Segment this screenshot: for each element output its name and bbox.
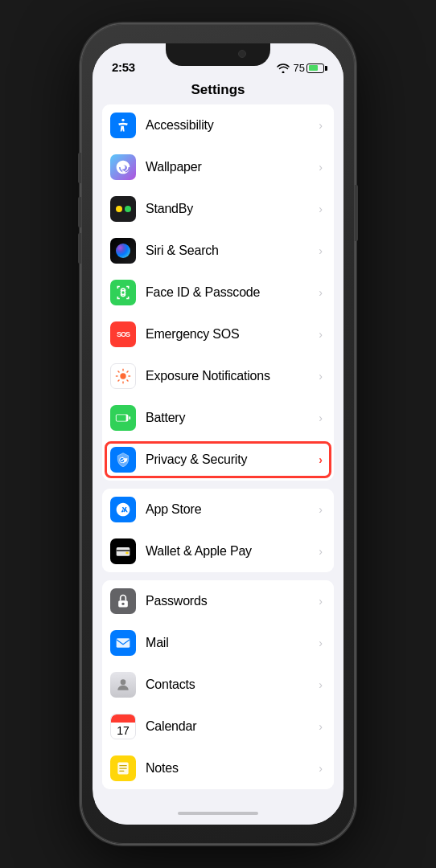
notch [166,43,270,66]
exposure-chevron: › [319,370,323,383]
accessibility-icon [110,113,136,138]
settings-group-2: App Store › Wallet & Apple Pay › [102,489,334,572]
svg-point-20 [121,679,126,685]
settings-item-wallet[interactable]: Wallet & Apple Pay › [102,530,334,572]
settings-item-privacy[interactable]: Privacy & Security › [102,439,334,481]
svg-line-8 [118,371,120,373]
settings-item-appstore[interactable]: App Store › [102,489,334,530]
privacy-label: Privacy & Security [146,452,315,467]
battery-icon-small [306,63,324,73]
wallet-label: Wallet & Apple Pay [146,544,315,559]
battery-chevron: › [319,411,323,424]
faceid-icon [110,280,136,305]
contacts-label: Contacts [146,678,315,692]
contacts-icon [110,672,136,698]
siri-icon [110,238,136,264]
svg-point-2 [121,291,125,295]
standby-icon [110,196,136,222]
page-title: Settings [191,82,245,97]
home-indicator [178,812,258,815]
notes-label: Notes [146,761,315,776]
notes-icon [110,755,136,781]
settings-item-mail[interactable]: Mail › [102,622,334,664]
phone-frame: 2:53 75 Settings [81,24,355,844]
wallet-chevron: › [319,545,323,558]
appstore-icon [110,497,136,522]
mail-label: Mail [146,636,315,650]
calendar-icon: 17 [110,714,136,739]
faceid-chevron: › [319,286,323,299]
svg-line-9 [127,380,129,382]
settings-item-contacts[interactable]: Contacts › [102,664,334,706]
svg-rect-16 [125,552,128,555]
svg-rect-15 [117,547,130,556]
wallpaper-icon [110,154,136,180]
home-indicator-area [93,802,343,825]
exposure-label: Exposure Notifications [146,369,315,383]
settings-item-wallpaper[interactable]: Wallpaper › [102,146,334,188]
wallet-icon [110,538,136,564]
mail-icon [110,630,136,656]
siri-label: Siri & Search [146,244,315,258]
calendar-day: 17 [117,725,130,736]
calendar-header [111,714,136,723]
battery-label: Battery [146,411,315,425]
settings-item-calendar[interactable]: 17 Calendar › [102,706,334,747]
privacy-icon [110,447,136,473]
settings-item-accessibility[interactable]: Accessibility › [102,104,334,146]
settings-item-standby[interactable]: StandBy › [102,188,334,230]
settings-item-exposure[interactable]: Exposure Notifications › [102,355,334,397]
passwords-icon [110,588,136,614]
wifi-icon [277,63,290,73]
privacy-chevron: › [319,453,323,466]
faceid-label: Face ID & Passcode [146,285,315,300]
passwords-label: Passwords [146,594,315,608]
accessibility-chevron: › [319,119,323,132]
settings-content: Accessibility › Wallpaper › [93,104,343,802]
battery-fill [309,65,319,71]
settings-group-1: Accessibility › Wallpaper › [102,104,334,481]
svg-rect-19 [117,638,130,648]
settings-item-passwords[interactable]: Passwords › [102,580,334,622]
sos-chevron: › [319,328,323,341]
settings-item-faceid[interactable]: Face ID & Passcode › [102,272,334,313]
standby-label: StandBy [146,202,315,216]
siri-chevron: › [319,244,323,257]
appstore-label: App Store [146,502,315,517]
settings-item-sos[interactable]: SOS Emergency SOS › [102,313,334,355]
calendar-label: Calendar [146,719,315,734]
svg-point-3 [120,373,125,379]
svg-line-11 [118,380,120,382]
settings-item-battery[interactable]: Battery › [102,397,334,439]
battery-percentage: 75 [294,62,305,74]
wallpaper-chevron: › [319,161,323,174]
camera [238,50,246,58]
battery-icon [110,405,136,431]
standby-chevron: › [319,203,323,215]
svg-point-0 [121,119,124,121]
sos-label: Emergency SOS [146,327,315,342]
svg-rect-13 [117,415,126,420]
mail-chevron: › [319,637,323,649]
contacts-chevron: › [319,678,323,691]
exposure-icon [110,363,136,389]
svg-point-18 [121,603,124,605]
accessibility-label: Accessibility [146,118,315,133]
settings-group-3: Passwords › Mail › [102,580,334,789]
settings-item-siri[interactable]: Siri & Search › [102,230,334,272]
battery-status-bar: 75 [294,62,324,74]
svg-line-10 [127,371,129,373]
calendar-chevron: › [319,720,323,733]
phone-screen: 2:53 75 Settings [93,43,343,825]
notes-chevron: › [319,762,323,775]
sos-icon: SOS [110,321,136,347]
status-icons: 75 [277,62,324,74]
settings-item-notes[interactable]: Notes › [102,747,334,789]
passwords-chevron: › [319,595,323,608]
appstore-chevron: › [319,503,323,516]
status-time: 2:53 [112,60,135,74]
page-header: Settings [93,79,343,104]
wallpaper-label: Wallpaper [146,160,315,174]
